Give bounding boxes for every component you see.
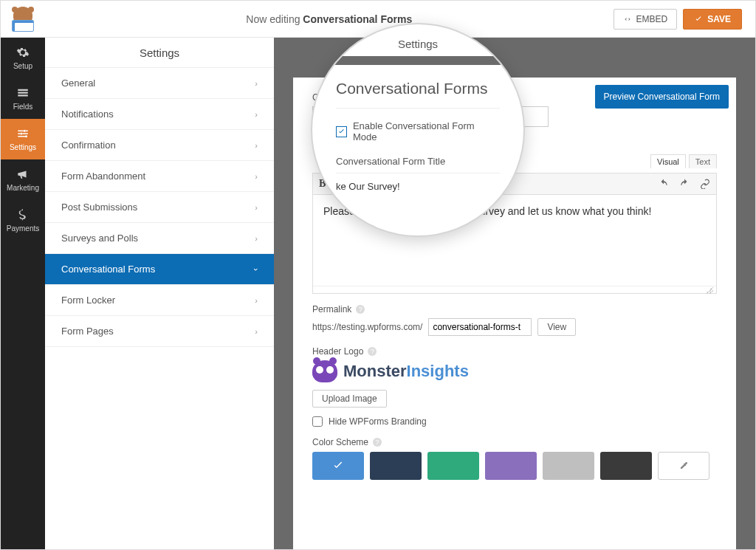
hide-branding-checkbox[interactable]: [312, 416, 323, 427]
panel-item-conversational-forms[interactable]: Conversational Forms›: [45, 254, 274, 285]
swatch-green[interactable]: [427, 452, 479, 480]
panel-item-form-pages[interactable]: Form Pages›: [45, 316, 274, 347]
panel-item-notifications[interactable]: Notifications›: [45, 99, 274, 130]
panel-item-post-submissions[interactable]: Post Submissions›: [45, 192, 274, 223]
permalink-base: https://testing.wpforms.com/: [312, 322, 422, 332]
chevron-right-icon: ›: [255, 79, 258, 88]
color-swatches: [312, 452, 717, 480]
redo-icon[interactable]: [679, 179, 690, 189]
sidebar-item-fields[interactable]: Fields: [1, 78, 45, 119]
chevron-right-icon: ›: [255, 203, 258, 212]
mag-subtitle-label: Conversational Form Title: [336, 156, 500, 167]
header-logo-label: Header Logo: [312, 346, 363, 357]
preview-form-button[interactable]: Preview Conversational Form: [595, 85, 729, 109]
svg-point-0: [24, 130, 26, 132]
chevron-right-icon: ›: [255, 234, 258, 243]
color-scheme-label: Color Scheme: [312, 437, 368, 447]
mag-enable-label: Enable Conversational Form Mode: [353, 120, 500, 142]
dollar-icon: [16, 208, 30, 221]
link-icon[interactable]: [700, 179, 710, 189]
upload-image-button[interactable]: Upload Image: [312, 390, 387, 408]
panel-item-form-locker[interactable]: Form Locker›: [45, 285, 274, 316]
mag-survey-fragment: ke Our Survey!: [336, 181, 500, 192]
embed-button[interactable]: EMBED: [614, 9, 678, 30]
save-button[interactable]: SAVE: [683, 9, 742, 30]
help-icon[interactable]: ?: [356, 305, 365, 314]
panel-item-surveys-polls[interactable]: Surveys and Polls›: [45, 223, 274, 254]
undo-icon[interactable]: [659, 179, 669, 189]
megaphone-icon: [16, 168, 30, 181]
chevron-right-icon: ›: [255, 327, 258, 336]
editor-tab-visual[interactable]: Visual: [650, 154, 686, 168]
swatch-black[interactable]: [600, 452, 652, 480]
sliders-icon: [16, 127, 30, 140]
svg-point-2: [25, 135, 27, 137]
sidebar-item-marketing[interactable]: Marketing: [1, 159, 45, 200]
mag-section-heading: Conversational Forms: [336, 75, 500, 109]
mag-enable-row[interactable]: Enable Conversational Form Mode: [336, 120, 500, 142]
dropper-icon: [678, 461, 689, 471]
chevron-right-icon: ›: [255, 141, 258, 150]
check-icon: [694, 15, 703, 24]
code-icon: [623, 15, 632, 24]
panel-item-form-abandonment[interactable]: Form Abandonment›: [45, 161, 274, 192]
sidebar-item-payments[interactable]: Payments: [1, 200, 45, 241]
swatch-gray[interactable]: [543, 452, 594, 480]
sidebar-item-setup[interactable]: Setup: [1, 38, 45, 78]
icon-sidebar: Setup Fields Settings Marketing Payments: [1, 38, 45, 549]
view-button[interactable]: View: [537, 318, 576, 336]
checkbox-checked-icon: [336, 126, 347, 137]
chevron-right-icon: ›: [255, 110, 258, 119]
chevron-right-icon: ›: [255, 296, 258, 305]
check-icon: [331, 459, 345, 472]
editor-resize-handle[interactable]: [313, 286, 716, 293]
gear-icon: [16, 46, 30, 59]
header-logo-preview: MonsterInsights: [312, 360, 717, 382]
swatch-custom-picker[interactable]: [658, 452, 709, 480]
magnifier-overlay: Settings Conversational Forms Enable Con…: [311, 23, 525, 237]
panel-item-confirmation[interactable]: Confirmation›: [45, 130, 274, 161]
swatch-blue[interactable]: [312, 452, 364, 480]
swatch-purple[interactable]: [485, 452, 537, 480]
settings-subpanel: Settings General› Notifications› Confirm…: [45, 38, 274, 549]
sidebar-item-settings[interactable]: Settings: [1, 119, 45, 159]
chevron-down-icon: ›: [252, 268, 261, 271]
permalink-slug-input[interactable]: [428, 318, 532, 336]
settings-panel-title: Settings: [45, 38, 274, 67]
svg-point-1: [20, 133, 22, 135]
list-icon: [16, 86, 30, 100]
help-icon[interactable]: ?: [373, 438, 382, 447]
swatch-navy[interactable]: [370, 452, 422, 480]
hide-branding-row[interactable]: Hide WPForms Branding: [312, 416, 717, 427]
monsterinsights-icon: [312, 360, 337, 382]
hide-branding-label: Hide WPForms Branding: [329, 416, 427, 427]
permalink-label: Permalink: [312, 304, 351, 314]
panel-item-general[interactable]: General›: [45, 68, 274, 99]
now-editing-label: Now editing Conversational Forms: [45, 13, 614, 25]
app-logo: [1, 1, 45, 38]
editor-tab-text[interactable]: Text: [689, 154, 717, 168]
chevron-right-icon: ›: [255, 172, 258, 181]
help-icon[interactable]: ?: [368, 347, 377, 356]
